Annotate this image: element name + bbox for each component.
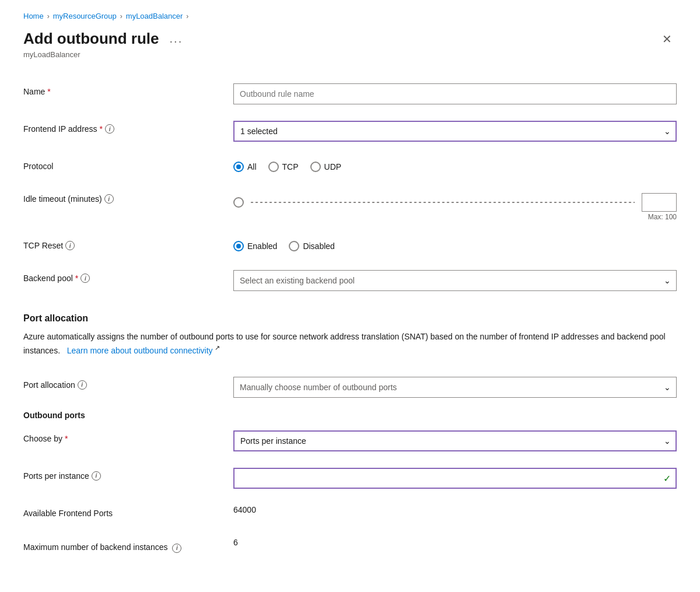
name-label: Name * bbox=[23, 83, 233, 96]
choose-by-label: Choose by * bbox=[23, 430, 233, 443]
name-input[interactable] bbox=[233, 83, 677, 104]
choose-by-dropdown-wrapper: Ports per instance ⌄ bbox=[233, 430, 677, 451]
port-allocation-dropdown-wrapper: Manually choose number of outbound ports… bbox=[233, 377, 677, 398]
protocol-udp-radio[interactable] bbox=[310, 162, 321, 172]
ports-per-instance-control: 10000 ✓ bbox=[233, 468, 677, 489]
port-allocation-label: Port allocation i bbox=[23, 377, 233, 390]
ellipsis-button[interactable]: ... bbox=[166, 31, 187, 47]
port-allocation-info-icon[interactable]: i bbox=[78, 380, 87, 390]
idle-timeout-control: 4 Max: 100 bbox=[233, 191, 677, 221]
frontend-ip-label: Frontend IP address * i bbox=[23, 121, 233, 134]
tcp-reset-disabled-radio[interactable] bbox=[289, 241, 299, 251]
breadcrumb-sep-3: › bbox=[186, 12, 188, 20]
protocol-tcp-option[interactable]: TCP bbox=[268, 162, 299, 172]
port-allocation-desc: Azure automatically assigns the number o… bbox=[23, 331, 677, 357]
header-row: Add outbound rule ... ✕ bbox=[23, 30, 677, 48]
backend-pool-row: Backend pool * i Select an existing back… bbox=[23, 262, 677, 299]
tcp-reset-label: TCP Reset i bbox=[23, 237, 233, 250]
tcp-reset-info-icon[interactable]: i bbox=[65, 241, 75, 250]
idle-timeout-info-icon[interactable]: i bbox=[104, 194, 114, 204]
ports-per-instance-row: Ports per instance i 10000 ✓ bbox=[23, 460, 677, 497]
protocol-udp-label: UDP bbox=[324, 162, 342, 171]
tcp-reset-enabled-option[interactable]: Enabled bbox=[233, 241, 277, 251]
close-button[interactable]: ✕ bbox=[657, 31, 677, 47]
backend-pool-control: Select an existing backend pool ⌄ bbox=[233, 270, 677, 291]
idle-timeout-row: Idle timeout (minutes) i 4 Max: 100 bbox=[23, 183, 677, 229]
tcp-reset-enabled-radio[interactable] bbox=[233, 241, 244, 251]
frontend-ip-dropdown[interactable]: 1 selected bbox=[233, 121, 677, 142]
idle-timeout-label: Idle timeout (minutes) i bbox=[23, 191, 233, 204]
breadcrumb-home[interactable]: Home bbox=[23, 12, 44, 20]
available-ports-row: Available Frontend Ports 64000 bbox=[23, 497, 677, 530]
tcp-reset-disabled-label: Disabled bbox=[303, 241, 334, 251]
tcp-reset-row: TCP Reset i Enabled Disabled bbox=[23, 229, 677, 262]
choose-by-control: Ports per instance ⌄ bbox=[233, 430, 677, 451]
frontend-ip-row: Frontend IP address * i 1 selected ⌄ bbox=[23, 113, 677, 150]
available-ports-control: 64000 bbox=[233, 505, 677, 514]
backend-pool-required: * bbox=[75, 274, 78, 283]
slider-track[interactable] bbox=[251, 202, 635, 203]
max-backend-value: 6 bbox=[233, 534, 238, 547]
port-allocation-dropdown[interactable]: Manually choose number of outbound ports bbox=[233, 377, 677, 398]
external-link-icon: ↗ bbox=[215, 344, 220, 351]
protocol-all-radio[interactable] bbox=[233, 162, 244, 172]
breadcrumb-sep-1: › bbox=[47, 12, 50, 20]
protocol-radio-group: All TCP UDP bbox=[233, 158, 677, 172]
protocol-all-dot bbox=[236, 164, 241, 169]
protocol-control: All TCP UDP bbox=[233, 158, 677, 172]
max-backend-row: Maximum number of backend instances i 6 bbox=[23, 530, 677, 562]
max-backend-info-icon[interactable]: i bbox=[172, 544, 181, 553]
protocol-all-label: All bbox=[247, 162, 257, 171]
breadcrumb: Home › myResourceGroup › myLoadBalancer … bbox=[23, 12, 677, 20]
tcp-reset-control: Enabled Disabled bbox=[233, 237, 677, 251]
breadcrumb-sep-2: › bbox=[120, 12, 123, 20]
frontend-ip-dropdown-wrapper: 1 selected ⌄ bbox=[233, 121, 677, 142]
frontend-ip-info-icon[interactable]: i bbox=[105, 124, 114, 134]
page-title: Add outbound rule bbox=[23, 30, 159, 48]
tcp-reset-enabled-dot bbox=[236, 244, 241, 248]
tcp-reset-enabled-label: Enabled bbox=[247, 241, 277, 251]
ports-input-wrapper: 10000 ✓ bbox=[233, 468, 677, 489]
breadcrumb-load-balancer[interactable]: myLoadBalancer bbox=[126, 12, 183, 20]
port-allocation-section: Port allocation Azure automatically assi… bbox=[23, 313, 677, 562]
breadcrumb-resource-group[interactable]: myResourceGroup bbox=[53, 12, 117, 20]
name-control bbox=[233, 83, 677, 104]
protocol-tcp-radio[interactable] bbox=[268, 162, 279, 172]
port-allocation-title: Port allocation bbox=[23, 313, 677, 324]
choose-by-row: Choose by * Ports per instance ⌄ bbox=[23, 422, 677, 460]
tcp-reset-disabled-option[interactable]: Disabled bbox=[289, 241, 334, 251]
outbound-ports-label: Outbound ports bbox=[23, 406, 677, 422]
slider-row: 4 bbox=[233, 191, 677, 212]
backend-pool-info-icon[interactable]: i bbox=[80, 274, 90, 283]
available-ports-label: Available Frontend Ports bbox=[23, 505, 233, 518]
idle-timeout-input[interactable]: 4 bbox=[642, 193, 677, 212]
protocol-all-option[interactable]: All bbox=[233, 162, 257, 172]
name-row: Name * bbox=[23, 75, 677, 113]
ports-per-instance-info-icon[interactable]: i bbox=[92, 471, 101, 481]
form-section: Name * Frontend IP address * i 1 selecte… bbox=[23, 75, 677, 299]
protocol-row: Protocol All TCP UD bbox=[23, 150, 677, 183]
choose-by-dropdown[interactable]: Ports per instance bbox=[233, 430, 677, 451]
choose-by-required: * bbox=[65, 434, 68, 443]
ports-per-instance-input[interactable]: 10000 bbox=[233, 468, 677, 489]
subtitle: myLoadBalancer bbox=[23, 50, 677, 59]
header-left: Add outbound rule ... bbox=[23, 30, 186, 48]
backend-pool-label: Backend pool * i bbox=[23, 270, 233, 283]
learn-more-link[interactable]: Learn more about outbound connectivity bbox=[67, 346, 213, 355]
idle-timeout-max: Max: 100 bbox=[233, 213, 677, 221]
available-ports-value: 64000 bbox=[233, 502, 256, 514]
protocol-label: Protocol bbox=[23, 158, 233, 171]
protocol-udp-option[interactable]: UDP bbox=[310, 162, 342, 172]
ports-per-instance-label: Ports per instance i bbox=[23, 468, 233, 481]
backend-pool-dropdown[interactable]: Select an existing backend pool bbox=[233, 270, 677, 291]
name-required: * bbox=[47, 87, 50, 96]
max-backend-label: Maximum number of backend instances i bbox=[23, 538, 233, 553]
page-container: Home › myResourceGroup › myLoadBalancer … bbox=[0, 0, 700, 592]
port-allocation-row: Port allocation i Manually choose number… bbox=[23, 369, 677, 406]
port-allocation-control: Manually choose number of outbound ports… bbox=[233, 377, 677, 398]
protocol-tcp-label: TCP bbox=[282, 162, 299, 171]
frontend-ip-required: * bbox=[100, 124, 103, 134]
slider-thumb-icon bbox=[233, 197, 244, 208]
max-backend-control: 6 bbox=[233, 538, 677, 547]
tcp-reset-radio-group: Enabled Disabled bbox=[233, 237, 677, 251]
